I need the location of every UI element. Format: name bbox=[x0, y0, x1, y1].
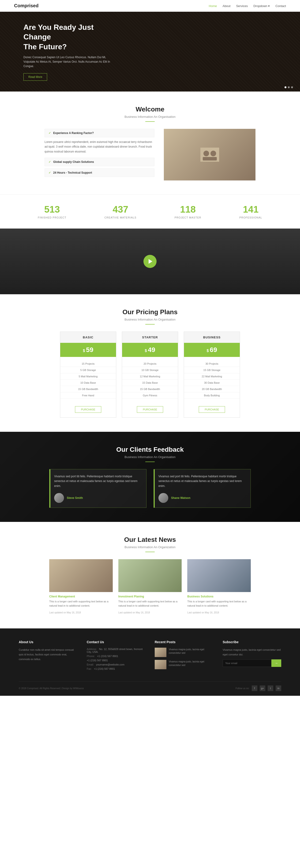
pricing-feature: Body Building bbox=[184, 392, 240, 399]
social-link-1[interactable]: g+ bbox=[260, 685, 265, 691]
footer-subscribe: Subscribe Vivamus magna justo, lacinia e… bbox=[223, 640, 281, 672]
subscribe-form: → bbox=[223, 659, 281, 667]
news-section: Our Latest News Business Information An … bbox=[0, 522, 300, 628]
news-category-2[interactable]: Business Solutions bbox=[187, 595, 251, 598]
hero-heading: Are You Ready Just Change The Future? bbox=[24, 23, 117, 52]
pricing-plan-price-0: $ 59 bbox=[60, 343, 116, 357]
feature-item-3: ✓ 24 Hours - Technical Support bbox=[44, 168, 155, 177]
hero-section: Are You Ready Just Change The Future? Do… bbox=[0, 12, 300, 92]
social-link-2[interactable]: t bbox=[268, 685, 273, 691]
svg-point-1 bbox=[203, 151, 209, 156]
subscribe-input[interactable] bbox=[223, 659, 271, 667]
news-card-0: Client Management This is a longer card … bbox=[49, 559, 113, 614]
check-icon-3: ✓ bbox=[48, 171, 51, 174]
stat-label-0: FINISHED PROJECT bbox=[38, 216, 66, 219]
news-divider bbox=[145, 552, 155, 552]
play-button[interactable] bbox=[143, 255, 157, 268]
hero-dot-2[interactable] bbox=[288, 86, 290, 88]
nav-link-home[interactable]: Home bbox=[209, 4, 217, 8]
nav-link-contact[interactable]: Contact bbox=[275, 4, 286, 8]
hero-cta-button[interactable]: Read More bbox=[24, 73, 47, 81]
pricing-feature: 15 GB Storage bbox=[184, 367, 240, 373]
footer-address: Address: No. 12, 555&828 street bown, fr… bbox=[87, 648, 145, 653]
stat-item-3: 141 PROFESSIONAL bbox=[239, 204, 262, 219]
nav-logo[interactable]: Comprised bbox=[14, 3, 38, 8]
svg-point-2 bbox=[210, 151, 216, 156]
pricing-feature: 10 GB Storage bbox=[122, 367, 178, 373]
footer-posts-container: Vivamus magna justo, lacinia eget consec… bbox=[155, 648, 213, 669]
pricing-purchase-btn-2[interactable]: PURCHASE bbox=[199, 406, 225, 413]
pricing-feature: 5 Mail Marketing bbox=[60, 373, 116, 380]
author-avatar-0 bbox=[54, 493, 64, 503]
pricing-purchase-btn-0[interactable]: PURCHASE bbox=[75, 406, 101, 413]
welcome-grid: ✓ Experience A Ranking Factor? Lorem pos… bbox=[44, 129, 256, 181]
author-name-0: Steve Smith bbox=[67, 496, 83, 500]
pricing-feature: 20 Projects bbox=[122, 361, 178, 367]
footer-phone: Phone: +1 (216) 567 8901 bbox=[87, 655, 145, 657]
news-category-1[interactable]: Investment Planing bbox=[119, 595, 182, 598]
subscribe-button[interactable]: → bbox=[271, 659, 281, 667]
footer-phone2: +1 (216) 567 8901 bbox=[87, 659, 145, 662]
testimonials-subtitle: Business Information An Organisation bbox=[19, 455, 281, 459]
author-name-1: Shane Watson bbox=[171, 496, 190, 500]
stat-number-0: 513 bbox=[38, 204, 66, 215]
footer-news-item-1: Vivamus magna justo, lacinia eget consec… bbox=[155, 660, 213, 669]
nav-links: HomeAboutServicesDropdown ▾Contact bbox=[209, 4, 286, 8]
pricing-feature: Gym Fitness bbox=[122, 392, 178, 399]
stats-section: 513 FINISHED PROJECT 437 CREATIVE MATERI… bbox=[0, 194, 300, 228]
news-category-0[interactable]: Client Management bbox=[49, 595, 113, 598]
navigation: Comprised HomeAboutServicesDropdown ▾Con… bbox=[0, 0, 300, 12]
pricing-feature: 22 Mail Marketing bbox=[184, 373, 240, 380]
footer-copyright: © 2018 Comprised. All Rights Reserved | … bbox=[19, 687, 84, 690]
follow-label: Follow us on: bbox=[236, 687, 249, 690]
hero-dot-1[interactable] bbox=[285, 86, 287, 88]
nav-link-about[interactable]: About bbox=[223, 4, 230, 8]
news-desc-0: This is a longer card with supporting te… bbox=[49, 599, 113, 608]
social-link-3[interactable]: in bbox=[276, 685, 281, 691]
pricing-features-1: 20 Projects10 GB Storage12 Mail Marketin… bbox=[122, 357, 178, 402]
footer-about: About Us Curabitur non nulla sit amet ni… bbox=[19, 640, 77, 672]
footer-about-title: About Us bbox=[19, 640, 77, 644]
pricing-feature: 15 Data Base bbox=[122, 380, 178, 386]
social-link-0[interactable]: f bbox=[252, 685, 257, 691]
stat-number-1: 437 bbox=[104, 204, 136, 215]
author-avatar-1 bbox=[159, 493, 168, 503]
footer-subscribe-title: Subscribe bbox=[223, 640, 281, 644]
news-date-1: Last updated on May 16, 2018 bbox=[119, 611, 150, 614]
testimonial-card-1: Vivamus sed port titi felis. Pellentesqu… bbox=[154, 469, 251, 508]
stat-number-2: 118 bbox=[175, 204, 201, 215]
welcome-image bbox=[164, 129, 256, 181]
nav-link-dropdown[interactable]: Dropdown ▾ bbox=[253, 4, 270, 8]
pricing-purchase-btn-1[interactable]: PURCHASE bbox=[137, 406, 163, 413]
pricing-features-2: 30 Projects15 GB Storage22 Mail Marketin… bbox=[184, 357, 240, 402]
footer-recent-posts: Recent Posts Vivamus magna justo, lacini… bbox=[155, 640, 213, 672]
footer-news-img-0 bbox=[155, 648, 166, 657]
footer-fax: Fax: +1 (216) 567 8901 bbox=[87, 668, 145, 670]
footer-contact: Contact Us Address: No. 12, 555&828 stre… bbox=[87, 640, 145, 672]
footer-contact-title: Contact Us bbox=[87, 640, 145, 644]
pricing-feature: 5 GB Storage bbox=[60, 367, 116, 373]
pricing-feature: 15 GB Bandwidth bbox=[60, 386, 116, 392]
pricing-card-2: BUSINESS $ 69 30 Projects15 GB Storage22… bbox=[184, 332, 240, 418]
hero-dots bbox=[285, 86, 293, 88]
welcome-text: Lorem posuere ultrici reprehenderit, eni… bbox=[44, 140, 155, 154]
video-banner bbox=[0, 228, 300, 294]
hero-dot-3[interactable] bbox=[291, 86, 293, 88]
pricing-title: Our Pricing Plans bbox=[19, 308, 281, 316]
nav-link-services[interactable]: Services bbox=[236, 4, 248, 8]
footer-news-text-0: Vivamus magna justo, lacinia eget consec… bbox=[169, 648, 213, 657]
testimonial-text-1: Vivamus sed port titi felis. Pellentesqu… bbox=[159, 474, 246, 488]
check-icon-2: ✓ bbox=[48, 160, 51, 163]
stat-number-3: 141 bbox=[239, 204, 262, 215]
footer-grid: About Us Curabitur non nulla sit amet ni… bbox=[19, 640, 281, 672]
news-date-2: Last updated on May 16, 2018 bbox=[187, 611, 219, 614]
pricing-feature: 15 GB Bandwidth bbox=[122, 386, 178, 392]
testimonial-text-0: Vivamus sed port titi felis. Pellentesqu… bbox=[54, 474, 141, 488]
pricing-plan-price-2: $ 69 bbox=[184, 343, 240, 357]
hero-description: Donec Consequat Sapien Ut Leo Cursus Rho… bbox=[24, 55, 117, 69]
pricing-plan-name-2: BUSINESS bbox=[184, 332, 240, 343]
stat-item-2: 118 PROJECT MASTER bbox=[175, 204, 201, 219]
footer-posts-title: Recent Posts bbox=[155, 640, 213, 644]
footer-social-area: Follow us on: fg+tin bbox=[236, 685, 281, 691]
stat-item-0: 513 FINISHED PROJECT bbox=[38, 204, 66, 219]
